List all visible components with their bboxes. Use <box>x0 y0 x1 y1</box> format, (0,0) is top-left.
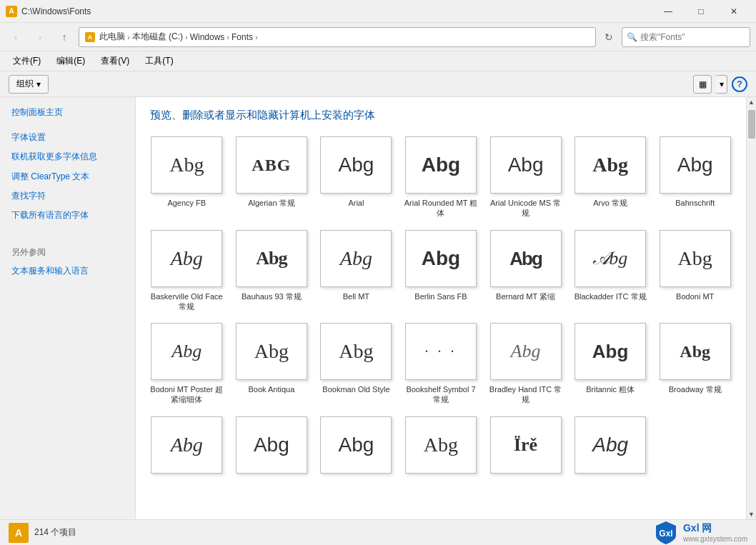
font-card: Abg <box>575 416 646 474</box>
font-grid: Abg Agency FB ABG Algerian 常规 Abg Arial … <box>136 128 746 492</box>
view-arrow-button[interactable]: ▾ <box>716 75 727 94</box>
sidebar-link-textservices[interactable]: 文本服务和输入语言 <box>0 261 135 281</box>
font-name: Arial <box>348 198 364 208</box>
font-item[interactable]: · · · Bookshelf Symbol 7 常规 <box>402 320 481 408</box>
font-item[interactable]: Abg Bahnschrift <box>655 134 735 221</box>
breadcrumb-c[interactable]: 本地磁盘 (C:) <box>132 31 183 43</box>
font-name: Bodoni MT Poster 超紧缩细体 <box>150 384 224 405</box>
refresh-button[interactable]: ↻ <box>600 29 617 46</box>
font-preview: Abg <box>339 435 374 455</box>
font-item[interactable]: Abg Britannic 粗体 <box>571 320 650 408</box>
maximize-button[interactable]: □ <box>685 0 717 23</box>
sidebar-section: 另外参阅 <box>0 239 135 261</box>
sidebar-link-download[interactable]: 下载所有语言的字体 <box>0 206 135 225</box>
font-preview: · · · <box>424 344 457 359</box>
font-card: Ïrě <box>490 416 562 474</box>
font-preview: Abg <box>422 249 460 269</box>
font-preview: Abg <box>422 155 460 175</box>
scroll-down[interactable]: ▼ <box>747 509 757 519</box>
sidebar-link-cleartype[interactable]: 调整 ClearType 文本 <box>0 167 135 186</box>
sidebar-link-findchar[interactable]: 查找字符 <box>0 186 135 206</box>
font-item[interactable]: Abg Agency FB <box>147 134 227 221</box>
font-item[interactable]: Abg Arial Unicode MS 常规 <box>486 134 565 221</box>
menu-file[interactable]: 文件(F) <box>6 53 48 69</box>
font-item[interactable]: Abg Baskerville Old Face 常规 <box>147 227 227 315</box>
font-item[interactable]: Abg Bauhaus 93 常规 <box>232 227 312 315</box>
font-item[interactable]: Abg <box>147 414 227 481</box>
font-preview: Abg <box>592 155 628 175</box>
font-preview: Abg <box>339 341 373 361</box>
view-button[interactable]: ▦ <box>693 75 712 94</box>
organize-label: 组织 <box>16 78 34 90</box>
breadcrumb-windows[interactable]: Windows <box>190 32 225 42</box>
font-card: 𝒜bg <box>575 230 646 287</box>
font-item[interactable]: Abg Arvo 常规 <box>571 134 650 221</box>
close-button[interactable]: ✕ <box>717 0 750 23</box>
scroll-thumb[interactable] <box>748 110 755 139</box>
font-item[interactable]: Abg Arial Rounded MT 粗体 <box>402 134 481 221</box>
font-item[interactable]: 𝒜bg Blackadder ITC 常规 <box>571 227 650 315</box>
font-item[interactable]: Abg Bernard MT 紧缩 <box>486 227 565 315</box>
font-item[interactable]: Abg Bookman Old Style <box>317 320 396 408</box>
scrollbar[interactable]: ▲ ▼ <box>746 97 756 519</box>
font-item[interactable]: Abg <box>317 414 396 481</box>
font-name: Book Antiqua <box>248 384 294 394</box>
font-preview: Ïrě <box>514 436 537 454</box>
sidebar-link-fontsettings[interactable]: 字体设置 <box>0 128 135 147</box>
font-item[interactable]: ABG Algerian 常规 <box>232 134 312 221</box>
font-card: Abg <box>575 323 646 380</box>
title-bar-controls: — □ ✕ <box>652 0 750 23</box>
font-item[interactable]: Ïrě <box>486 414 565 481</box>
font-item[interactable]: Abg <box>232 414 312 481</box>
font-item[interactable]: Abg Bodoni MT Poster 超紧缩细体 <box>147 320 227 408</box>
page-heading: 预览、删除或者显示和隐藏计算机上安装的字体 <box>136 97 746 128</box>
font-item[interactable]: Abg <box>571 414 650 481</box>
font-card: · · · <box>405 323 477 380</box>
breadcrumb-pc[interactable]: 此电脑 <box>99 31 125 43</box>
search-input[interactable] <box>640 32 745 42</box>
menu-edit[interactable]: 编辑(E) <box>49 53 92 69</box>
font-card: Abg <box>490 323 562 380</box>
font-preview: Abg <box>592 435 628 455</box>
minimize-button[interactable]: — <box>652 0 685 23</box>
search-box[interactable]: 🔍 <box>622 27 750 47</box>
scroll-up[interactable]: ▲ <box>747 97 757 107</box>
font-preview: Abg <box>508 155 544 175</box>
font-item[interactable]: Abg Broadway 常规 <box>655 320 735 408</box>
font-item[interactable]: Abg Berlin Sans FB <box>402 227 481 315</box>
up-button[interactable]: ↑ <box>54 27 74 47</box>
font-card: Abg <box>320 136 392 194</box>
font-card: Abg <box>660 230 731 287</box>
forward-button[interactable]: › <box>30 27 50 47</box>
font-card: Abg <box>320 323 392 380</box>
font-name: Algerian 常规 <box>248 198 294 208</box>
menu-tools[interactable]: 工具(T) <box>138 53 180 69</box>
help-button[interactable]: ? <box>732 76 747 92</box>
font-preview: Abg <box>509 249 542 268</box>
organize-button[interactable]: 组织 ▾ <box>9 75 49 94</box>
font-preview: Abg <box>171 249 203 269</box>
font-preview: ABG <box>252 156 291 174</box>
font-preview: Abg <box>254 341 289 361</box>
font-card: Abg <box>320 416 392 474</box>
font-card: Abg <box>405 416 477 474</box>
menu-view[interactable]: 查看(V) <box>94 53 136 69</box>
font-name: Arial Rounded MT 粗体 <box>404 198 478 219</box>
font-name: Agency FB <box>167 198 206 208</box>
font-item[interactable]: Abg Arial <box>317 134 396 221</box>
font-item[interactable]: Abg Bradley Hand ITC 常规 <box>486 320 565 408</box>
font-item[interactable]: Abg Bell MT <box>317 227 396 315</box>
font-item[interactable]: Abg <box>402 414 481 481</box>
sidebar-link-getfonts[interactable]: 联机获取更多字体信息 <box>0 147 135 166</box>
font-item[interactable]: Abg Book Antiqua <box>232 320 312 408</box>
font-item[interactable]: Abg Bodoni MT <box>655 227 735 315</box>
menu-bar: 文件(F) 编辑(E) 查看(V) 工具(T) <box>0 51 756 71</box>
font-card: Abg <box>660 136 731 194</box>
sidebar-link-controlpanel[interactable]: 控制面板主页 <box>0 103 135 122</box>
font-preview: Abg <box>339 155 374 175</box>
back-button[interactable]: ‹ <box>6 27 26 47</box>
font-name: Bell MT <box>343 291 369 301</box>
font-name: Bookshelf Symbol 7 常规 <box>404 384 478 405</box>
address-box: A 此电脑 › 本地磁盘 (C:) › Windows › Fonts › <box>79 27 596 47</box>
breadcrumb-fonts[interactable]: Fonts <box>232 32 253 42</box>
